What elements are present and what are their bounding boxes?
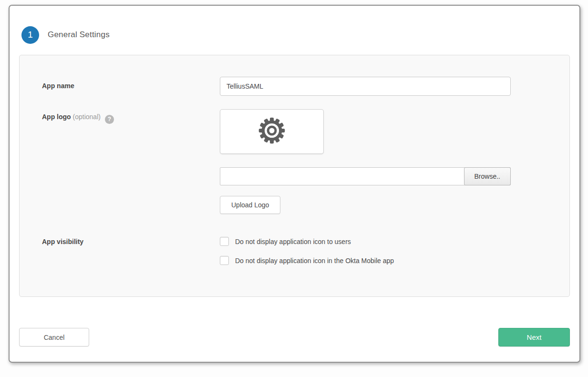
wizard-footer: Cancel Next <box>19 328 570 346</box>
step-title: General Settings <box>48 30 110 40</box>
step-header: 1 General Settings <box>21 26 579 44</box>
browse-button[interactable]: Browse.. <box>464 167 511 185</box>
app-logo-row: App logo (optional) ? <box>42 109 548 214</box>
app-logo-optional-hint: (optional) <box>73 113 101 121</box>
logo-preview-box <box>220 109 324 154</box>
checkbox-label: Do not display application icon in the O… <box>235 257 394 265</box>
app-logo-label: App logo <box>42 113 71 121</box>
app-visibility-row: App visibility Do not display applicatio… <box>42 237 548 265</box>
help-icon[interactable]: ? <box>105 115 114 124</box>
general-settings-panel: App name App logo (optional) ? <box>19 55 570 297</box>
wizard-window: 1 General Settings App name App logo (op… <box>9 5 580 363</box>
visibility-option-mobile: Do not display application icon in the O… <box>220 256 548 265</box>
app-name-label: App name <box>42 77 220 96</box>
app-name-row: App name <box>42 77 548 96</box>
visibility-option-users: Do not display application icon to users <box>220 237 548 246</box>
hide-icon-mobile-checkbox[interactable] <box>220 256 229 265</box>
step-number-badge: 1 <box>21 26 39 44</box>
logo-file-input[interactable]: Browse.. <box>220 167 511 185</box>
app-visibility-label: App visibility <box>42 237 220 265</box>
gear-icon <box>258 117 286 146</box>
cancel-button[interactable]: Cancel <box>19 328 89 346</box>
app-name-input[interactable] <box>220 77 511 96</box>
hide-icon-users-checkbox[interactable] <box>220 237 229 246</box>
next-button[interactable]: Next <box>498 328 570 346</box>
checkbox-label: Do not display application icon to users <box>235 238 351 245</box>
upload-logo-button[interactable]: Upload Logo <box>220 196 280 214</box>
